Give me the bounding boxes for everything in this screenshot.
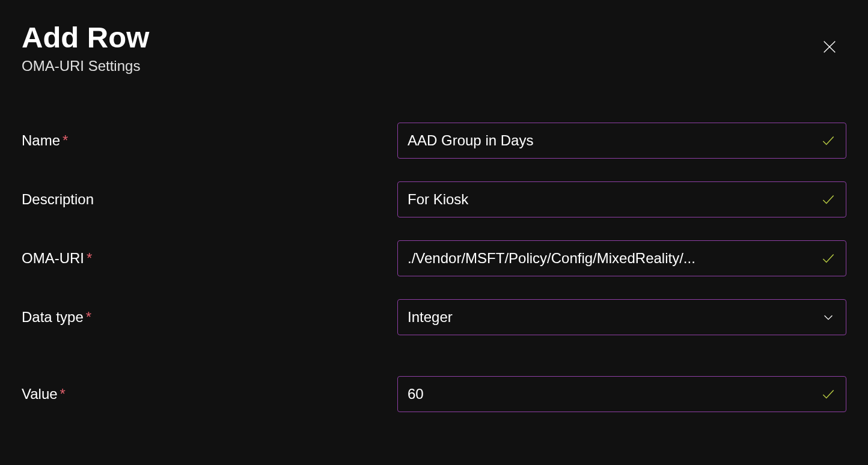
page-title: Add Row (22, 22, 149, 54)
page-subtitle: OMA-URI Settings (22, 58, 149, 74)
label-description-text: Description (22, 191, 94, 207)
titles: Add Row OMA-URI Settings (22, 22, 149, 74)
close-icon (821, 38, 838, 55)
data-type-select[interactable]: Integer (397, 299, 846, 335)
data-type-value: Integer (408, 309, 813, 326)
required-asterisk: * (63, 132, 68, 148)
label-name: Name* (22, 132, 397, 149)
check-icon (821, 386, 836, 402)
required-asterisk: * (86, 309, 91, 325)
label-oma-uri-text: OMA-URI (22, 250, 84, 266)
label-name-text: Name (22, 132, 60, 148)
row-name: Name* AAD Group in Days (22, 123, 846, 159)
row-description: Description For Kiosk (22, 181, 846, 217)
label-data-type-text: Data type (22, 309, 84, 325)
description-input[interactable]: For Kiosk (397, 181, 846, 217)
close-button[interactable] (821, 38, 838, 55)
row-data-type: Data type* Integer (22, 299, 846, 335)
oma-uri-input-value: ./Vendor/MSFT/Policy/Config/MixedReality… (408, 250, 813, 267)
check-icon (821, 251, 836, 266)
label-description: Description (22, 191, 397, 208)
panel-header: Add Row OMA-URI Settings (22, 22, 846, 74)
name-input[interactable]: AAD Group in Days (397, 123, 846, 159)
row-value: Value* 60 (22, 376, 846, 412)
name-input-value: AAD Group in Days (408, 132, 813, 149)
label-oma-uri: OMA-URI* (22, 250, 397, 267)
label-value: Value* (22, 386, 397, 403)
check-icon (821, 133, 836, 148)
value-input[interactable]: 60 (397, 376, 846, 412)
required-asterisk: * (60, 386, 66, 402)
label-data-type: Data type* (22, 309, 397, 326)
check-icon (821, 192, 836, 207)
chevron-down-icon (821, 309, 836, 325)
label-value-text: Value (22, 386, 58, 402)
row-oma-uri: OMA-URI* ./Vendor/MSFT/Policy/Config/Mix… (22, 240, 846, 276)
description-input-value: For Kiosk (408, 191, 813, 208)
required-asterisk: * (87, 250, 92, 266)
value-input-value: 60 (408, 386, 813, 403)
oma-uri-input[interactable]: ./Vendor/MSFT/Policy/Config/MixedReality… (397, 240, 846, 276)
